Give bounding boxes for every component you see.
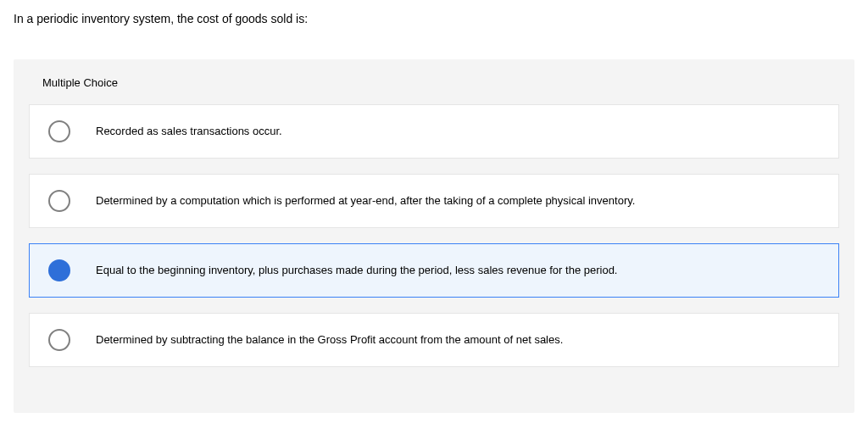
option-text: Determined by subtracting the balance in…	[96, 332, 563, 348]
option-2[interactable]: Determined by a computation which is per…	[29, 174, 839, 228]
option-text: Recorded as sales transactions occur.	[96, 124, 282, 139]
radio-icon	[48, 329, 70, 351]
option-text: Determined by a computation which is per…	[96, 193, 635, 209]
option-3[interactable]: Equal to the beginning inventory, plus p…	[29, 243, 839, 298]
options-area: Recorded as sales transactions occur. De…	[14, 104, 854, 367]
radio-icon	[48, 190, 70, 212]
radio-icon	[48, 120, 70, 142]
option-4[interactable]: Determined by subtracting the balance in…	[29, 313, 839, 367]
multiple-choice-container: Multiple Choice Recorded as sales transa…	[14, 59, 854, 413]
question-text: In a periodic inventory system, the cost…	[0, 0, 868, 25]
option-text: Equal to the beginning inventory, plus p…	[96, 263, 617, 278]
option-1[interactable]: Recorded as sales transactions occur.	[29, 104, 839, 159]
section-label: Multiple Choice	[14, 59, 854, 104]
radio-icon	[48, 259, 70, 281]
